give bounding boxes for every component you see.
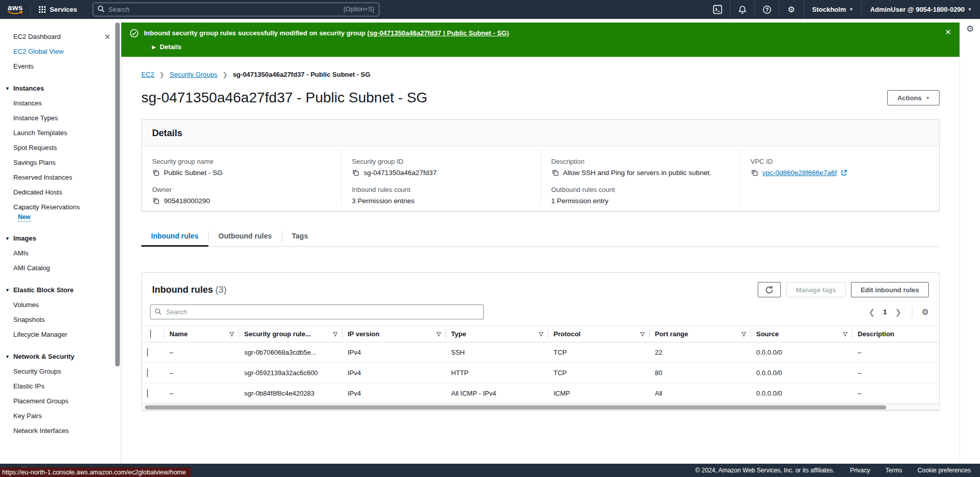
filter-icon[interactable]: ▽ xyxy=(437,331,441,337)
field-label: Description xyxy=(551,158,730,165)
filter-icon[interactable]: ▽ xyxy=(742,331,746,337)
footer-privacy-link[interactable]: Privacy xyxy=(850,467,870,474)
flashbar-details-toggle[interactable]: ▶ Details xyxy=(152,43,950,51)
footer-cookie-preferences-link[interactable]: Cookie preferences xyxy=(918,467,971,474)
new-badge[interactable]: New xyxy=(18,213,31,222)
column-header-name: Name▽ xyxy=(164,326,239,342)
flashbar-sg-link[interactable]: (sg-0471350a46a27fd37 | Public Subnet - … xyxy=(367,29,509,37)
rules-search-input[interactable] xyxy=(150,305,484,319)
sidebar-scrollbar-thumb[interactable] xyxy=(115,23,120,366)
sidebar-item-savings-plans[interactable]: Savings Plans xyxy=(0,155,121,170)
sidebar-item-network-interfaces[interactable]: Network Interfaces xyxy=(0,423,121,438)
search-icon xyxy=(155,308,162,315)
copy-icon[interactable] xyxy=(152,169,160,177)
cloudshell-button[interactable] xyxy=(705,0,730,19)
sidebar-item-ami-catalog[interactable]: AMI Catalog xyxy=(0,261,121,275)
copy-icon[interactable] xyxy=(751,169,758,177)
close-icon[interactable]: ✕ xyxy=(945,28,951,37)
tab-inbound-rules[interactable]: Inbound rules xyxy=(141,227,208,246)
notifications-button[interactable] xyxy=(730,0,754,19)
filter-icon[interactable]: ▽ xyxy=(333,331,337,337)
sidebar-item-snapshots[interactable]: Snapshots xyxy=(0,312,121,327)
region-label: Stockholm xyxy=(812,6,846,13)
outbound-count-value: 1 Permission entry xyxy=(551,197,609,205)
tab-outbound-rules[interactable]: Outbound rules xyxy=(209,227,282,246)
row-checkbox[interactable] xyxy=(147,389,148,398)
sidebar-item-dedicated-hosts[interactable]: Dedicated Hosts xyxy=(0,185,121,200)
services-menu-button[interactable]: Services xyxy=(31,0,86,19)
sidebar-item-volumes[interactable]: Volumes xyxy=(0,297,121,312)
sidebar-item-instance-types[interactable]: Instance Types xyxy=(0,111,121,125)
filter-icon[interactable]: ▽ xyxy=(843,331,847,337)
aws-logo[interactable]: aws xyxy=(8,4,23,15)
table-row[interactable]: – sgr-0592139a32ac6c600 IPv4 HTTP TCP 80… xyxy=(142,363,939,383)
filter-icon[interactable]: ▽ xyxy=(230,331,234,337)
sidebar-item-security-groups[interactable]: Security Groups xyxy=(0,364,121,379)
edit-inbound-rules-button[interactable]: Edit inbound rules xyxy=(851,282,929,297)
sidebar-section-elastic-block-store[interactable]: ▼Elastic Block Store xyxy=(0,283,121,297)
cell-port-range: All xyxy=(650,383,751,404)
sidebar-item-launch-templates[interactable]: Launch Templates xyxy=(0,125,121,140)
actions-button[interactable]: Actions ▼ xyxy=(887,90,940,105)
copy-icon[interactable] xyxy=(152,197,160,205)
sidebar-item-ec2-global-view[interactable]: EC2 Global View xyxy=(0,44,121,59)
sidebar-item-elastic-ips[interactable]: Elastic IPs xyxy=(0,379,121,394)
next-page-button[interactable]: ❯ xyxy=(894,308,903,317)
tab-tags[interactable]: Tags xyxy=(282,227,318,246)
vpc-id-link[interactable]: vpc-0d860e28f666e7a6f xyxy=(762,169,837,177)
row-checkbox[interactable] xyxy=(147,368,148,377)
settings-button[interactable]: ⚙ xyxy=(779,0,803,19)
sidebar-navigation: EC2 Dashboard ✕ EC2 Global View Events ▼… xyxy=(0,19,121,464)
manage-tags-button[interactable]: Manage tags xyxy=(786,282,846,297)
sidebar-section-network-security[interactable]: ▼Network & Security xyxy=(0,349,121,364)
help-button[interactable]: ? xyxy=(754,0,779,19)
aws-smile-icon xyxy=(8,11,23,15)
filter-icon[interactable]: ▽ xyxy=(539,331,543,337)
sidebar-item-spot-requests[interactable]: Spot Requests xyxy=(0,140,121,155)
sidebar-section-instances[interactable]: ▼Instances xyxy=(0,81,121,96)
sidebar-item-placement-groups[interactable]: Placement Groups xyxy=(0,394,121,408)
horizontal-scrollbar-thumb[interactable] xyxy=(145,405,886,409)
sidebar-item-reserved-instances[interactable]: Reserved Instances xyxy=(0,170,121,185)
services-label: Services xyxy=(50,6,77,13)
table-preferences-gear-icon[interactable]: ⚙ xyxy=(922,307,929,317)
global-search-input[interactable] xyxy=(93,3,379,16)
region-selector[interactable]: Stockholm ▼ xyxy=(803,0,861,19)
footer-terms-link[interactable]: Terms xyxy=(885,467,902,474)
sidebar-item-ec2-dashboard[interactable]: EC2 Dashboard xyxy=(0,29,69,44)
breadcrumb-ec2[interactable]: EC2 xyxy=(141,71,154,78)
chevron-down-icon: ▼ xyxy=(926,96,930,100)
filter-icon[interactable]: ▽ xyxy=(641,331,645,337)
sidebar-item-amis[interactable]: AMIs xyxy=(0,246,121,261)
current-page[interactable]: 1 xyxy=(883,308,887,316)
select-all-checkbox[interactable] xyxy=(150,330,151,338)
top-navigation-bar: aws Services [Option+S] ? ⚙ Stockholm ▼ … xyxy=(0,0,980,19)
sidebar-item-key-pairs[interactable]: Key Pairs xyxy=(0,408,121,423)
inbound-rules-table: Name▽ Security group rule...▽ IP version… xyxy=(142,326,939,404)
cell-ip-version: IPv4 xyxy=(343,383,446,404)
refresh-button[interactable] xyxy=(758,282,781,297)
cell-rule-id: sgr-0b706068a3cdb5e... xyxy=(239,342,343,363)
panel-settings-gear-icon[interactable]: ⚙ xyxy=(966,24,974,464)
details-panel: Details Security group name Public Subne… xyxy=(141,119,940,211)
pagination: ❮ 1 ❯ ⚙ xyxy=(867,307,929,318)
sidebar-item-capacity-reservations[interactable]: Capacity Reservations xyxy=(0,200,121,212)
account-menu[interactable]: AdminUser @ 9054-1800-0290 ▼ xyxy=(861,0,980,19)
sidebar-item-events[interactable]: Events xyxy=(0,59,121,74)
sidebar-item-instances[interactable]: Instances xyxy=(0,96,121,111)
sidebar-section-images[interactable]: ▼Images xyxy=(0,231,121,246)
sidebar-item-lifecycle-manager[interactable]: Lifecycle Manager xyxy=(0,327,121,342)
field-label: Security group ID xyxy=(352,158,530,165)
table-row[interactable]: – sgr-0b84f8f8c4e420283 IPv4 All ICMP - … xyxy=(142,383,939,404)
description-value: Allow SSH and Ping for servers in public… xyxy=(563,169,712,177)
copy-icon[interactable] xyxy=(352,169,359,177)
main-content: Inbound security group rules successfull… xyxy=(121,19,960,464)
table-row[interactable]: – sgr-0b706068a3cdb5e... IPv4 SSH TCP 22… xyxy=(142,342,939,363)
sidebar-scrollbar[interactable] xyxy=(115,21,120,459)
copy-icon[interactable] xyxy=(551,169,559,177)
horizontal-scrollbar[interactable] xyxy=(142,404,939,410)
breadcrumb-security-groups[interactable]: Security Groups xyxy=(169,71,217,78)
previous-page-button[interactable]: ❮ xyxy=(867,308,876,317)
search-shortcut-hint: [Option+S] xyxy=(344,6,374,13)
row-checkbox[interactable] xyxy=(147,348,148,357)
